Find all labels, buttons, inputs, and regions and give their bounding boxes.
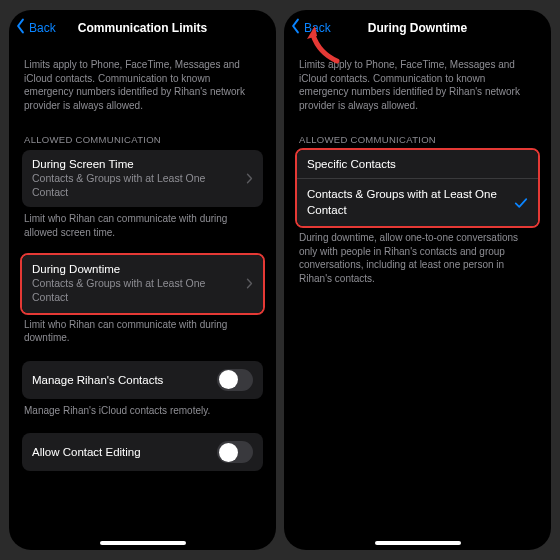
- row-manage-contacts[interactable]: Manage Rihan's Contacts: [22, 361, 263, 399]
- phone-left: Back Communication Limits Limits apply t…: [9, 10, 276, 550]
- chevron-left-icon: [289, 18, 302, 37]
- group-screen-time: During Screen Time Contacts & Groups wit…: [22, 150, 263, 207]
- content: Limits apply to Phone, FaceTime, Message…: [9, 46, 276, 471]
- row-during-screen-time[interactable]: During Screen Time Contacts & Groups wit…: [22, 150, 263, 207]
- section-header: ALLOWED COMMUNICATION: [22, 112, 263, 150]
- back-button[interactable]: Back: [14, 18, 56, 37]
- section-header: ALLOWED COMMUNICATION: [297, 112, 538, 150]
- chevron-right-icon: [246, 278, 253, 289]
- back-label: Back: [29, 21, 56, 35]
- footer-text: Limit who Rihan can communicate with dur…: [22, 207, 263, 239]
- footer-text: Manage Rihan's iCloud contacts remotely.: [22, 399, 263, 418]
- row-subtitle: Contacts & Groups with at Least One Cont…: [32, 277, 240, 304]
- back-label: Back: [304, 21, 331, 35]
- content: Limits apply to Phone, FaceTime, Message…: [284, 46, 551, 285]
- navbar: Back During Downtime: [284, 10, 551, 46]
- highlight-box: During Downtime Contacts & Groups with a…: [20, 253, 265, 314]
- footer-text: During downtime, allow one-to-one conver…: [297, 226, 538, 285]
- group-allow-editing: Allow Contact Editing: [22, 433, 263, 471]
- back-button[interactable]: Back: [289, 18, 331, 37]
- row-allow-editing[interactable]: Allow Contact Editing: [22, 433, 263, 471]
- row-contacts-groups[interactable]: Contacts & Groups with at Least One Cont…: [297, 178, 538, 226]
- chevron-right-icon: [246, 173, 253, 184]
- home-indicator: [100, 541, 186, 545]
- row-text: During Screen Time Contacts & Groups wit…: [32, 158, 240, 199]
- row-title: Manage Rihan's Contacts: [32, 374, 163, 386]
- toggle-manage-contacts[interactable]: [217, 369, 253, 391]
- home-indicator: [375, 541, 461, 545]
- row-during-downtime[interactable]: During Downtime Contacts & Groups with a…: [22, 255, 263, 312]
- row-specific-contacts[interactable]: Specific Contacts: [297, 150, 538, 178]
- group-options: Specific Contacts Contacts & Groups with…: [297, 150, 538, 226]
- toggle-allow-editing[interactable]: [217, 441, 253, 463]
- row-text: During Downtime Contacts & Groups with a…: [32, 263, 240, 304]
- row-title: During Downtime: [32, 263, 240, 275]
- highlight-box: Specific Contacts Contacts & Groups with…: [295, 148, 540, 228]
- row-title: Contacts & Groups with at Least One Cont…: [307, 187, 508, 218]
- checkmark-icon: [514, 196, 528, 210]
- intro-text: Limits apply to Phone, FaceTime, Message…: [297, 46, 538, 112]
- row-subtitle: Contacts & Groups with at Least One Cont…: [32, 172, 240, 199]
- intro-text: Limits apply to Phone, FaceTime, Message…: [22, 46, 263, 112]
- row-title: Specific Contacts: [307, 158, 396, 170]
- footer-text: Limit who Rihan can communicate with dur…: [22, 313, 263, 345]
- row-title: During Screen Time: [32, 158, 240, 170]
- group-downtime: During Downtime Contacts & Groups with a…: [22, 255, 263, 312]
- phone-right: Back During Downtime Limits apply to Pho…: [284, 10, 551, 550]
- chevron-left-icon: [14, 18, 27, 37]
- row-title: Allow Contact Editing: [32, 446, 141, 458]
- navbar: Back Communication Limits: [9, 10, 276, 46]
- group-manage-contacts: Manage Rihan's Contacts: [22, 361, 263, 399]
